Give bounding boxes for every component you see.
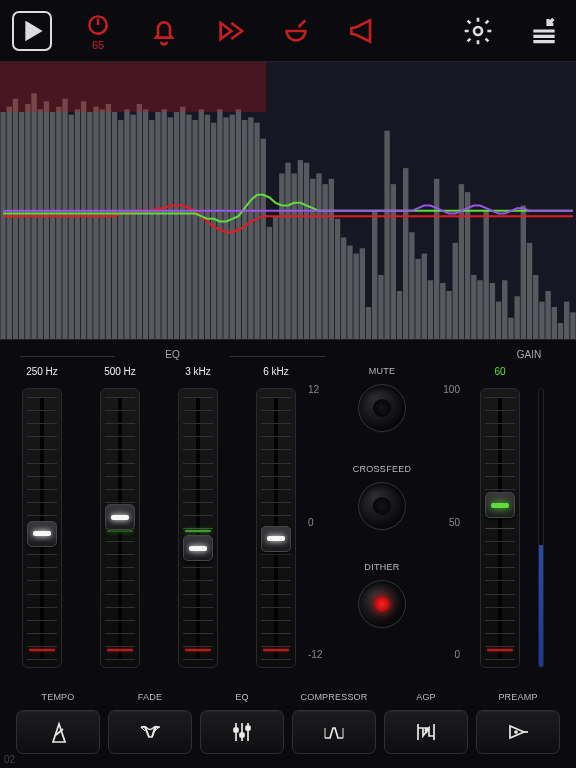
eq-slider-1[interactable] — [100, 388, 140, 668]
svg-rect-94 — [570, 312, 575, 339]
svg-rect-65 — [391, 184, 396, 339]
eq-freq-label: 250 Hz — [26, 366, 58, 378]
svg-point-1 — [474, 27, 482, 35]
svg-rect-66 — [397, 291, 402, 339]
svg-rect-68 — [409, 232, 414, 339]
collapse-icon[interactable] — [524, 11, 564, 51]
svg-rect-48 — [285, 163, 290, 339]
svg-rect-47 — [279, 173, 284, 339]
svg-rect-4 — [13, 99, 18, 339]
svg-rect-51 — [304, 163, 309, 339]
svg-rect-69 — [415, 259, 420, 339]
svg-rect-55 — [329, 179, 334, 339]
mortar-icon[interactable] — [276, 11, 316, 51]
svg-rect-26 — [149, 120, 154, 339]
forward-icon[interactable] — [210, 11, 250, 51]
svg-rect-37 — [217, 109, 222, 339]
mute-knob[interactable] — [358, 384, 406, 432]
svg-rect-78 — [471, 275, 476, 339]
svg-rect-63 — [378, 275, 383, 339]
svg-rect-8 — [38, 109, 43, 339]
svg-rect-32 — [186, 115, 191, 339]
preamp-label: PREAMP — [474, 692, 562, 702]
svg-rect-73 — [440, 283, 445, 339]
fade-label: FADE — [106, 692, 194, 702]
gain-scale: 100500 — [438, 366, 460, 668]
settings-icon[interactable] — [458, 11, 498, 51]
svg-rect-82 — [496, 302, 501, 339]
crossfeed-knob[interactable] — [358, 482, 406, 530]
eq-slider-3[interactable] — [256, 388, 296, 668]
controls-area: EQ GAIN 250 Hz500 Hz3 kHz6 kHz 120-12 MU… — [0, 340, 576, 754]
svg-rect-28 — [161, 109, 166, 339]
eq-sliders: 250 Hz500 Hz3 kHz6 kHz — [12, 366, 306, 668]
eq-button[interactable] — [200, 710, 284, 754]
preamp-button[interactable] — [476, 710, 560, 754]
compressor-button[interactable] — [292, 710, 376, 754]
svg-rect-52 — [310, 179, 315, 339]
mute-label: MUTE — [358, 366, 406, 376]
svg-rect-2 — [0, 112, 5, 339]
svg-rect-74 — [446, 291, 451, 339]
top-toolbar: 65 — [0, 0, 576, 62]
svg-rect-50 — [298, 160, 303, 339]
svg-rect-83 — [502, 280, 507, 339]
svg-rect-43 — [254, 123, 259, 339]
eq-slider-2[interactable] — [178, 388, 218, 668]
svg-rect-49 — [291, 173, 296, 339]
svg-rect-77 — [465, 192, 470, 339]
dither-knob[interactable] — [358, 580, 406, 628]
eq-section-label: EQ — [20, 349, 325, 360]
svg-rect-15 — [81, 101, 86, 339]
megaphone-icon[interactable] — [342, 11, 382, 51]
timer-button[interactable]: 65 — [78, 11, 118, 51]
svg-rect-84 — [508, 318, 513, 339]
svg-rect-38 — [223, 117, 228, 339]
svg-rect-90 — [545, 291, 550, 339]
fade-button[interactable] — [108, 710, 192, 754]
agp-label: AGP — [382, 692, 470, 702]
svg-rect-10 — [50, 112, 55, 339]
svg-rect-64 — [384, 131, 389, 339]
svg-rect-59 — [353, 254, 358, 339]
svg-rect-34 — [199, 109, 204, 339]
svg-rect-44 — [261, 139, 266, 339]
svg-rect-60 — [360, 248, 365, 339]
svg-rect-80 — [483, 211, 488, 339]
svg-rect-58 — [347, 246, 352, 339]
svg-rect-41 — [242, 120, 247, 339]
svg-rect-62 — [372, 211, 377, 339]
play-button[interactable] — [12, 11, 52, 51]
svg-rect-21 — [118, 120, 123, 339]
svg-rect-72 — [434, 179, 439, 339]
svg-rect-33 — [192, 120, 197, 339]
eq-slider-0[interactable] — [22, 388, 62, 668]
svg-rect-36 — [211, 123, 216, 339]
svg-rect-61 — [366, 307, 371, 339]
eq-scale: 120-12 — [306, 366, 326, 668]
svg-rect-22 — [124, 109, 129, 339]
page-index: 02 — [4, 754, 15, 765]
svg-point-99 — [515, 731, 517, 733]
timer-value: 65 — [92, 39, 104, 51]
svg-rect-85 — [514, 296, 519, 339]
svg-rect-30 — [174, 112, 179, 339]
svg-rect-6 — [25, 104, 30, 339]
svg-rect-53 — [316, 173, 321, 339]
svg-rect-27 — [155, 112, 160, 339]
agp-button[interactable] — [384, 710, 468, 754]
gain-slider[interactable] — [480, 388, 520, 668]
svg-rect-25 — [143, 109, 148, 339]
svg-rect-16 — [87, 112, 92, 339]
svg-rect-93 — [564, 302, 569, 339]
eq-freq-label: 3 kHz — [185, 366, 211, 378]
svg-rect-70 — [422, 254, 427, 339]
svg-rect-92 — [558, 323, 563, 339]
svg-rect-40 — [236, 109, 241, 339]
svg-rect-86 — [521, 205, 526, 339]
tempo-button[interactable] — [16, 710, 100, 754]
gain-meter — [538, 388, 544, 668]
tempo-label: TEMPO — [14, 692, 102, 702]
svg-rect-79 — [477, 280, 482, 339]
bell-icon[interactable] — [144, 11, 184, 51]
